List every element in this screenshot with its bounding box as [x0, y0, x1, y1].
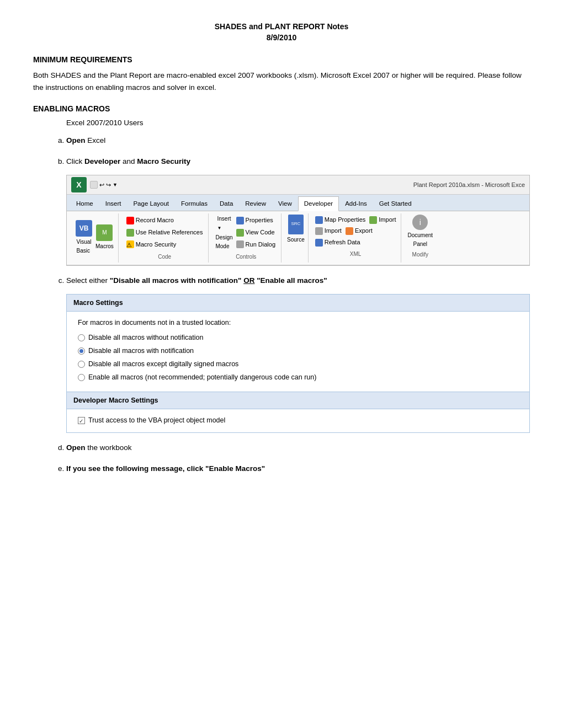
macros-btn[interactable]: M Macros	[95, 224, 114, 251]
radio-circle-2	[78, 361, 85, 368]
tab-get-started[interactable]: Get Started	[373, 196, 418, 210]
macros-label: Macros	[95, 242, 114, 251]
expansion-packs-label: Import	[325, 226, 342, 236]
step-e-text: If you see the following message, click …	[66, 464, 265, 473]
modify-group-label: Modify	[412, 250, 428, 259]
view-code-icon	[236, 229, 244, 237]
ribbon-body: VB VisualBasic M Macros Rec	[67, 211, 529, 265]
macros-icon: M	[96, 224, 113, 241]
vb-label: VisualBasic	[76, 238, 91, 255]
steps-list: Open Excel Click Developer and Macro Sec…	[66, 135, 530, 474]
radio-option-2[interactable]: Disable all macros except digitally sign…	[78, 358, 518, 370]
macro-security-icon: ⚠	[126, 240, 134, 248]
record-macro-label: Record Macro	[136, 216, 174, 226]
properties-icon	[236, 217, 244, 224]
map-properties-icon	[315, 216, 323, 224]
ribbon-titlebar-left: X ↩ ↪ ▼	[71, 177, 118, 192]
tab-developer[interactable]: Developer	[298, 196, 339, 211]
undo-icon: ↩	[99, 180, 104, 190]
controls-group-label: Controls	[215, 253, 277, 261]
props-viewcode-col: Properties View Code Run Dialog	[235, 215, 277, 250]
xml-group-label: XML	[314, 250, 397, 259]
macro-settings-header: Macro Settings	[67, 295, 529, 312]
tab-addins[interactable]: Add-Ins	[339, 196, 373, 210]
tab-data[interactable]: Data	[214, 196, 239, 210]
code-group-label: Code	[125, 253, 204, 261]
tab-insert[interactable]: Insert	[99, 196, 128, 210]
tab-home[interactable]: Home	[70, 196, 99, 210]
map-properties-btn[interactable]: Map Properties Import	[314, 215, 397, 226]
record-macro-icon	[126, 217, 134, 224]
refresh-data-label: Refresh Data	[325, 238, 360, 248]
radio-option-0[interactable]: Disable all macros without notification	[78, 332, 518, 343]
page-title: SHADES and PLANT REPORT Notes	[33, 22, 530, 31]
save-qa-icon	[90, 181, 98, 189]
ribbon-screenshot: X ↩ ↪ ▼ Plant Report 2010a.xlsm - Micros…	[66, 175, 530, 265]
step-b: Click Developer and Macro Security X ↩ ↪…	[66, 156, 530, 266]
code-items: Record Macro Use Relative References ⚠ M…	[125, 215, 204, 251]
import-label: Import	[379, 215, 396, 225]
use-relative-icon	[126, 229, 134, 237]
ribbon-tabs-row: Home Insert Page Layout Formulas Data Re…	[67, 195, 529, 211]
macro-security-btn[interactable]: ⚠ Macro Security	[125, 239, 204, 250]
radio-circle-0	[78, 334, 85, 341]
controls-content: Insert▼ DesignMode Properties View Code	[215, 215, 277, 251]
radio-label-0: Disable all macros without notification	[88, 332, 203, 343]
radio-label-1: Disable all macros with notification	[88, 345, 194, 356]
macro-settings-body: For macros in documents not in a trusted…	[67, 312, 529, 392]
source-icon[interactable]: SRC	[288, 215, 304, 234]
properties-label: Properties	[246, 216, 273, 226]
step-b-developer: Developer	[84, 157, 120, 165]
step-d-open: Open	[66, 443, 86, 452]
step-a-label: Open	[66, 136, 86, 144]
source-label: Source	[287, 235, 305, 244]
radio-option-3[interactable]: Enable all macros (not recommended; pote…	[78, 372, 518, 383]
step-b-and: and	[120, 157, 137, 165]
run-dialog-btn[interactable]: Run Dialog	[235, 239, 277, 250]
step-d: Open the workbook	[66, 442, 530, 454]
document-panel-label[interactable]: DocumentPanel	[408, 231, 433, 249]
tab-review[interactable]: Review	[239, 196, 272, 210]
view-code-btn[interactable]: View Code	[235, 227, 277, 238]
dev-checkbox-label: Trust access to the VBA project object m…	[88, 415, 225, 426]
export-icon	[346, 227, 353, 235]
expansion-packs-icon	[315, 227, 323, 235]
use-relative-label: Use Relative References	[136, 228, 203, 238]
insert-btn[interactable]: Insert▼	[217, 215, 231, 232]
min-req-body: Both SHADES and the Plant Report are mac…	[33, 69, 530, 93]
radio-label-3: Enable all macros (not recommended; pote…	[88, 372, 316, 383]
radio-option-1[interactable]: Disable all macros with notification	[78, 345, 518, 356]
step-c-label1: "Disable all macros with notification" O…	[110, 276, 327, 285]
expansion-packs-btn[interactable]: Import Export	[314, 226, 397, 237]
macro-settings-desc: For macros in documents not in a trusted…	[78, 317, 518, 328]
properties-btn[interactable]: Properties	[235, 215, 277, 226]
design-mode-btn[interactable]: DesignMode	[215, 233, 232, 251]
source-group: SRC Source	[284, 213, 309, 263]
insert-design-col: Insert▼ DesignMode	[215, 215, 232, 251]
record-macro-btn[interactable]: Record Macro	[125, 215, 204, 226]
ribbon-title-text: Plant Report 2010a.xlsm - Microsoft Exce	[413, 180, 525, 190]
refresh-data-icon	[315, 239, 323, 247]
tab-formulas[interactable]: Formulas	[175, 196, 214, 210]
import-icon	[369, 216, 377, 224]
radio-label-2: Disable all macros except digitally sign…	[88, 358, 238, 370]
step-d-rest: the workbook	[86, 443, 132, 452]
dev-checkbox-option[interactable]: Trust access to the VBA project object m…	[78, 415, 518, 426]
step-a: Open Excel	[66, 135, 530, 147]
macro-settings-box: Macro Settings For macros in documents n…	[66, 294, 530, 433]
visual-basic-btn[interactable]: VB VisualBasic	[76, 220, 92, 255]
enabling-sub: Excel 2007/2010 Users	[66, 119, 530, 127]
tab-page-layout[interactable]: Page Layout	[127, 196, 175, 210]
macro-security-label: Macro Security	[136, 240, 176, 250]
dropdown-arrow: ▼	[113, 181, 118, 189]
excel-logo: X	[71, 177, 87, 192]
modify-icon: i	[412, 215, 428, 230]
refresh-data-btn[interactable]: Refresh Data	[314, 237, 397, 248]
xml-items: Map Properties Import Import Export	[314, 215, 397, 248]
tab-view[interactable]: View	[272, 196, 298, 210]
use-relative-ref-btn[interactable]: Use Relative References	[125, 227, 204, 238]
step-a-rest: Excel	[86, 136, 106, 144]
view-code-label: View Code	[246, 228, 275, 238]
run-dialog-icon	[236, 240, 244, 248]
export-label: Export	[355, 226, 373, 236]
